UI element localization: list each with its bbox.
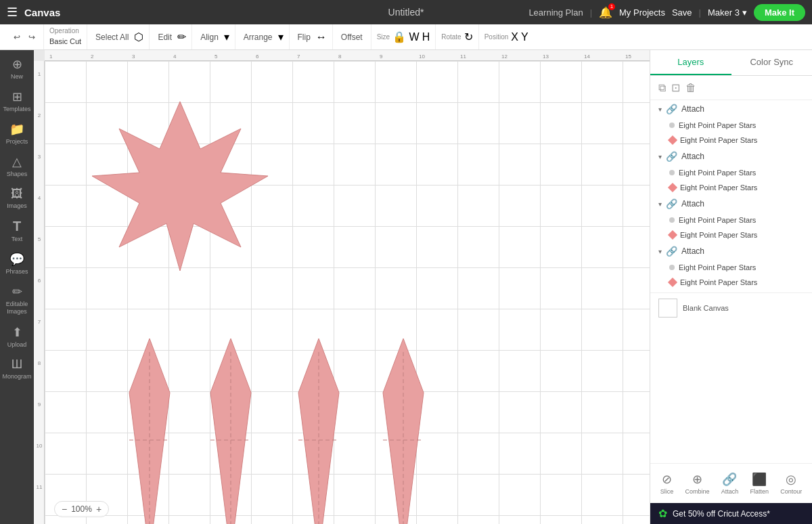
- blank-canvas-row[interactable]: Blank Canvas: [650, 292, 812, 323]
- phrases-icon: 💬: [9, 252, 24, 267]
- layer-diamond-icon: [668, 135, 677, 145]
- tab-layers[interactable]: Layers: [650, 50, 731, 75]
- sidebar-item-text[interactable]: T Text: [2, 215, 32, 246]
- zoom-out-button[interactable]: −: [62, 504, 67, 515]
- svg-text:1: 1: [49, 53, 53, 60]
- flip-button[interactable]: Flip: [295, 31, 313, 43]
- attach-label: Attach: [681, 152, 704, 161]
- svg-text:11: 11: [460, 53, 466, 60]
- canvas-content: [45, 61, 650, 524]
- svg-text:11: 11: [37, 484, 43, 490]
- select-all-button[interactable]: Select All: [93, 31, 131, 43]
- attach-action-button[interactable]: 🔗 Attach: [717, 469, 743, 498]
- toolbar-flip: Flip ↔: [290, 24, 333, 49]
- my-projects-button[interactable]: My Projects: [619, 7, 665, 18]
- toolbar-align: Align ▾: [192, 24, 235, 49]
- svg-text:4: 4: [38, 195, 41, 201]
- svg-rect-16: [34, 61, 45, 524]
- sidebar-item-editable-images[interactable]: ✏ Editable Images: [2, 280, 32, 320]
- svg-text:10: 10: [37, 443, 43, 449]
- attach-row-2[interactable]: ▾ 🔗 Attach: [650, 148, 812, 165]
- layer-row[interactable]: Eight Point Paper Stars: [650, 260, 812, 275]
- contour-button[interactable]: ◎ Contour: [776, 469, 806, 498]
- attach-row-3[interactable]: ▾ 🔗 Attach: [650, 195, 812, 213]
- layer-row[interactable]: Eight Point Paper Stars: [650, 213, 812, 227]
- attach-row-1[interactable]: ▾ 🔗 Attach: [650, 100, 812, 118]
- link-icon: 🔗: [666, 104, 677, 114]
- attach-row-4[interactable]: ▾ 🔗 Attach: [650, 242, 812, 260]
- sidebar-item-templates[interactable]: ⊞ Templates: [2, 85, 32, 116]
- arrange-button[interactable]: Arrange: [241, 31, 275, 43]
- promo-bar[interactable]: ✿ Get 50% off Cricut Access*: [650, 503, 812, 524]
- svg-text:1: 1: [38, 71, 41, 77]
- flatten-button[interactable]: ⬛ Flatten: [746, 469, 773, 498]
- layer-name-label: Eight Point Paper Stars: [680, 231, 757, 239]
- svg-text:3: 3: [132, 53, 135, 60]
- maker-selector[interactable]: Maker 3 ▾: [708, 7, 747, 18]
- main-layout: ⊕ New ⊞ Templates 📁 Projects △ Shapes 🖼 …: [0, 50, 812, 524]
- layer-row[interactable]: Eight Point Paper Stars: [650, 275, 812, 290]
- duplicate-button[interactable]: ⧉: [658, 81, 666, 94]
- attach-action-icon: 🔗: [722, 472, 737, 487]
- layer-name-label: Eight Point Paper Stars: [680, 136, 757, 144]
- canvas-area[interactable]: 1 2 3 4 5 6 7 8 9 10 11 12 13 14 15 1: [34, 50, 650, 524]
- save-button[interactable]: Save: [672, 7, 692, 18]
- sidebar-item-monogram[interactable]: Ш Monogram: [2, 353, 32, 384]
- layer-name-label: Eight Point Paper Stars: [680, 183, 757, 192]
- sidebar-item-upload[interactable]: ⬆ Upload: [2, 321, 32, 352]
- layer-row[interactable]: Eight Point Paper Stars: [650, 180, 812, 195]
- toolbar-size: Size 🔒 W H: [371, 24, 436, 49]
- layer-name-label: Eight Point Paper Stars: [679, 216, 756, 224]
- slice-button[interactable]: ⊘ Slice: [656, 469, 678, 498]
- svg-text:6: 6: [256, 53, 259, 60]
- toolbar-undo-redo: ↩ ↪: [5, 24, 44, 49]
- operation-label: Operation: [49, 27, 81, 35]
- sidebar-item-images[interactable]: 🖼 Images: [2, 183, 32, 213]
- sidebar-item-phrases[interactable]: 💬 Phrases: [2, 248, 32, 279]
- zoom-in-button[interactable]: +: [96, 504, 102, 515]
- layer-group-2: ▾ 🔗 Attach Eight Point Paper Stars Eight…: [650, 148, 812, 195]
- sidebar-item-shapes[interactable]: △ Shapes: [2, 150, 32, 181]
- make-it-button[interactable]: Make It: [754, 4, 805, 21]
- layer-diamond-icon: [668, 278, 677, 287]
- svg-text:2: 2: [91, 53, 94, 60]
- notification-bell-icon[interactable]: 🔔 1: [599, 6, 612, 19]
- edit-button[interactable]: Edit: [155, 31, 175, 43]
- projects-icon: 📁: [9, 122, 24, 137]
- layer-row[interactable]: Eight Point Paper Stars: [650, 118, 812, 133]
- toolbar-edit: Edit ✏: [150, 24, 192, 49]
- sidebar-item-new[interactable]: ⊕ New: [2, 53, 32, 84]
- attach-label: Attach: [681, 104, 704, 114]
- layer-row[interactable]: Eight Point Paper Stars: [650, 165, 812, 180]
- combine-button[interactable]: ⊕ Combine: [681, 469, 713, 498]
- svg-text:5: 5: [38, 236, 41, 242]
- undo-button[interactable]: ↩: [11, 31, 23, 43]
- hamburger-icon[interactable]: ☰: [7, 5, 18, 20]
- sidebar-item-label: Shapes: [7, 171, 28, 177]
- sidebar-item-projects[interactable]: 📁 Projects: [2, 118, 32, 149]
- svg-text:9: 9: [380, 53, 383, 60]
- star-shape: [92, 102, 268, 271]
- link-icon: 🔗: [666, 198, 677, 209]
- svg-text:2: 2: [38, 112, 41, 118]
- offset-button[interactable]: Offset: [338, 31, 365, 43]
- layer-row[interactable]: Eight Point Paper Stars: [650, 227, 812, 242]
- bottom-actions: ⊘ Slice ⊕ Combine 🔗 Attach ⬛ Flatten ◎ C…: [650, 463, 812, 503]
- svg-text:13: 13: [543, 53, 549, 60]
- layer-group-3: ▾ 🔗 Attach Eight Point Paper Stars Eight…: [650, 195, 812, 242]
- svg-text:14: 14: [584, 53, 590, 60]
- copy-button[interactable]: ⊡: [671, 81, 680, 94]
- align-button[interactable]: Align: [198, 31, 221, 43]
- combine-label: Combine: [685, 488, 709, 495]
- learning-plan-label: Learning Plan: [528, 7, 583, 18]
- layer-dot-icon: [669, 265, 675, 270]
- sidebar-item-label: Projects: [6, 138, 28, 145]
- layer-row[interactable]: Eight Point Paper Stars: [650, 133, 812, 148]
- size-label: Size: [377, 33, 390, 41]
- delete-button[interactable]: 🗑: [685, 81, 696, 94]
- tab-color-sync[interactable]: Color Sync: [731, 50, 813, 75]
- panel-tabs: Layers Color Sync: [650, 50, 812, 76]
- toolbar-select-all: Select All ⬡: [87, 24, 150, 49]
- ruler-vertical: 1 2 3 4 5 6 7 8 9 10 11: [34, 61, 45, 524]
- redo-button[interactable]: ↪: [26, 31, 38, 43]
